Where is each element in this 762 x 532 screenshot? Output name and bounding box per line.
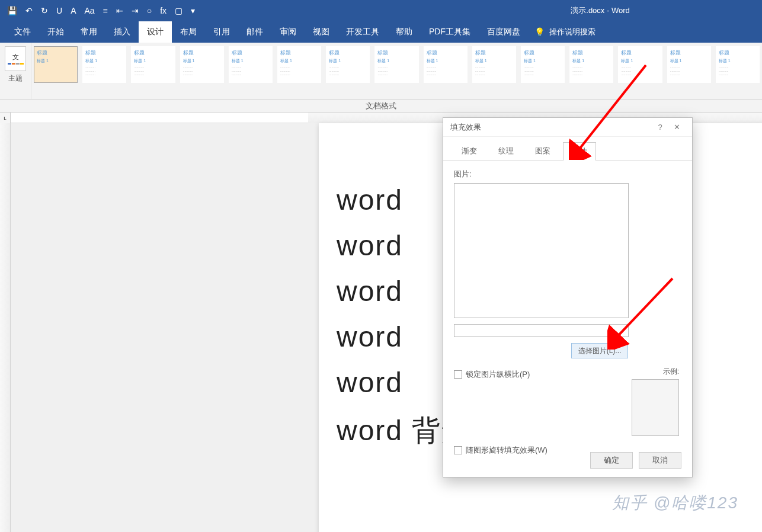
tab-developer[interactable]: 开发工具 — [338, 21, 388, 43]
tab-home[interactable]: 开始 — [39, 21, 72, 43]
document-format-label: 文档格式 — [0, 100, 762, 113]
style-thumb[interactable]: 标题标题 1..................................… — [229, 46, 273, 83]
style-thumb[interactable]: 标题标题 1..................................… — [277, 46, 321, 83]
dialog-tab-gradient[interactable]: 渐变 — [453, 142, 486, 160]
dialog-tab-picture[interactable]: 图片 — [563, 142, 596, 161]
dialog-titlebar[interactable]: 填充效果 ? ✕ — [443, 118, 692, 137]
style-thumb[interactable]: 标题标题 1..................................… — [82, 46, 126, 83]
object-icon[interactable]: ▢ — [175, 6, 183, 15]
formula-icon[interactable]: fx — [160, 6, 167, 15]
vertical-ruler[interactable] — [0, 123, 11, 532]
tab-view[interactable]: 视图 — [305, 21, 338, 43]
indent-icon[interactable]: ⇥ — [132, 6, 139, 15]
style-thumb[interactable]: 标题标题 1..................................… — [326, 46, 370, 83]
tab-baidu[interactable]: 百度网盘 — [479, 21, 529, 43]
fill-effects-dialog: 填充效果 ? ✕ 渐变 纹理 图案 图片 图片: 选择图片(L)... 锁定图片… — [443, 117, 693, 477]
style-thumb[interactable]: 标题标题 1..................................… — [569, 46, 613, 83]
tab-review[interactable]: 审阅 — [271, 21, 305, 43]
shape-icon[interactable]: ○ — [147, 6, 152, 15]
dialog-body: 图片: 选择图片(L)... 锁定图片纵横比(P) 示例: 随图形旋转填充效果(… — [443, 161, 692, 464]
style-thumb[interactable]: 标题标题 1..................................… — [716, 46, 760, 83]
dialog-tab-pattern[interactable]: 图案 — [526, 142, 559, 160]
style-thumb-selected[interactable]: 标题 标题 1 — [34, 46, 78, 83]
themes-group: 文 主题 — [0, 43, 31, 99]
watermark-text: 知乎 @哈喽123 — [612, 492, 738, 514]
cancel-button[interactable]: 取消 — [639, 452, 681, 469]
tab-design[interactable]: 设计 — [139, 21, 172, 43]
ribbon-content: 文 主题 标题 标题 1 标题标题 1.....................… — [0, 43, 762, 100]
style-thumb[interactable]: 标题标题 1..................................… — [618, 46, 662, 83]
select-picture-button[interactable]: 选择图片(L)... — [571, 343, 628, 358]
picture-label: 图片: — [454, 169, 681, 180]
list-icon[interactable]: ≡ — [103, 6, 108, 15]
save-icon[interactable]: 💾 — [7, 6, 17, 15]
document-styles-gallery[interactable]: 标题 标题 1 标题标题 1..........................… — [31, 43, 762, 99]
style-thumb[interactable]: 标题标题 1..................................… — [374, 46, 418, 83]
style-thumb[interactable]: 标题标题 1..................................… — [131, 46, 175, 83]
bulb-icon: 💡 — [534, 27, 545, 37]
checkbox-icon[interactable] — [454, 446, 462, 454]
dialog-title-text: 填充效果 — [450, 122, 481, 133]
sample-area: 示例: — [632, 367, 679, 436]
change-case-icon[interactable]: Aa — [84, 6, 94, 15]
style-thumb[interactable]: 标题标题 1..................................… — [667, 46, 711, 83]
dialog-close-button[interactable]: ✕ — [668, 123, 685, 132]
picture-preview-box — [454, 183, 629, 318]
dialog-tabs: 渐变 纹理 图案 图片 — [443, 137, 692, 161]
rotate-with-shape-label: 随图形旋转填充效果(W) — [466, 445, 548, 456]
lock-aspect-ratio-label: 锁定图片纵横比(P) — [466, 369, 530, 380]
ok-button[interactable]: 确定 — [590, 452, 633, 469]
dialog-footer: 确定 取消 — [590, 452, 681, 469]
style-thumb[interactable]: 标题标题 1..................................… — [180, 46, 224, 83]
style-thumb[interactable]: 标题标题 1..................................… — [521, 46, 565, 83]
tab-layout[interactable]: 布局 — [172, 21, 205, 43]
outdent-icon[interactable]: ⇤ — [116, 6, 123, 15]
style-thumb[interactable]: 标题标题 1..................................… — [472, 46, 516, 83]
sample-preview-box — [632, 379, 679, 436]
themes-label: 主题 — [5, 73, 26, 84]
qat-more-icon[interactable]: ▾ — [191, 6, 195, 15]
ruler-corner: L — [0, 113, 11, 123]
underline-icon[interactable]: U — [56, 6, 62, 15]
font-color-icon[interactable]: A — [71, 6, 76, 15]
tab-pdf[interactable]: PDF工具集 — [421, 21, 479, 43]
quick-access-toolbar: 💾 ↶ ↻ U A Aa ≡ ⇤ ⇥ ○ fx ▢ ▾ — [0, 6, 202, 15]
tab-common[interactable]: 常用 — [72, 21, 105, 43]
style-thumb[interactable]: 标题标题 1..................................… — [424, 46, 468, 83]
dialog-help-button[interactable]: ? — [652, 123, 668, 132]
dialog-tab-texture[interactable]: 纹理 — [489, 142, 523, 160]
tab-file[interactable]: 文件 — [6, 21, 39, 43]
theme-swatch[interactable]: 文 — [5, 46, 26, 71]
tab-references[interactable]: 引用 — [205, 21, 238, 43]
picture-name-field[interactable] — [454, 324, 629, 337]
undo-icon[interactable]: ↶ — [25, 6, 33, 15]
title-bar: 💾 ↶ ↻ U A Aa ≡ ⇤ ⇥ ○ fx ▢ ▾ 演示.docx - Wo… — [0, 0, 762, 21]
ribbon-tabs: 文件 开始 常用 插入 设计 布局 引用 邮件 审阅 视图 开发工具 帮助 PD… — [0, 21, 762, 43]
checkbox-icon[interactable] — [454, 370, 462, 379]
sample-label: 示例: — [632, 367, 679, 377]
redo-icon[interactable]: ↻ — [41, 6, 48, 15]
tab-mail[interactable]: 邮件 — [238, 21, 271, 43]
tab-insert[interactable]: 插入 — [105, 21, 139, 43]
tell-me-search[interactable]: 💡 操作说明搜索 — [534, 21, 595, 43]
tab-help[interactable]: 帮助 — [388, 21, 421, 43]
